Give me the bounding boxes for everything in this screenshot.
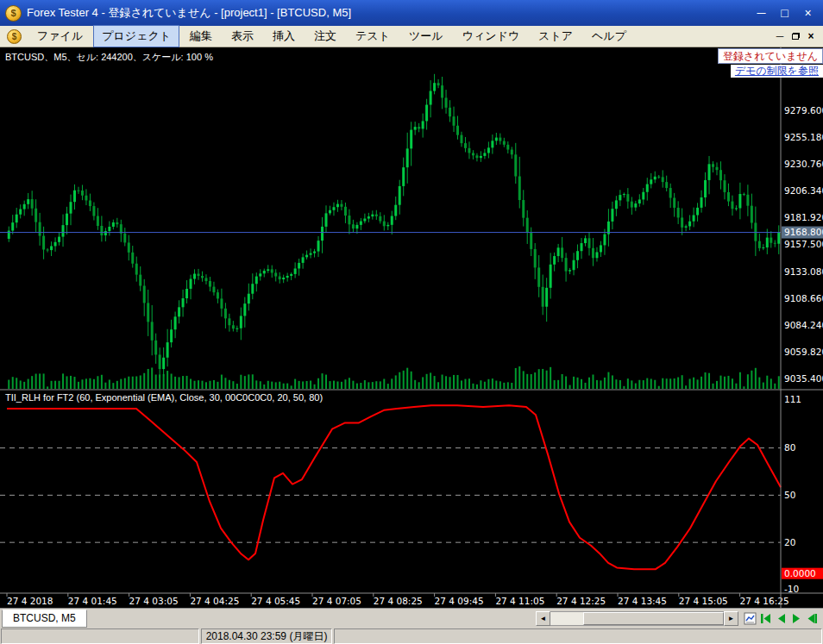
chart-canvas[interactable]: 9279.6009255.1809230.7609206.3409181.920… (0, 47, 823, 608)
window-controls: ─ □ × (750, 3, 820, 23)
svg-text:111: 111 (784, 394, 801, 404)
registration-text: 登録されていません (718, 48, 823, 64)
step-back-icon (775, 612, 788, 625)
go-end-button[interactable] (804, 610, 820, 626)
restore-icon (792, 33, 800, 40)
project-coin-icon[interactable] (7, 29, 22, 44)
menu-help[interactable]: ヘルプ (583, 25, 635, 47)
svg-text:27 4 12:25: 27 4 12:25 (556, 596, 606, 606)
menu-tools[interactable]: ツール (400, 25, 452, 47)
svg-text:27 4 15:05: 27 4 15:05 (679, 596, 728, 606)
scroll-right-button[interactable]: ► (724, 611, 738, 626)
menu-bar: ファイルプロジェクト編集表示挿入注文テストツールウィンドウストアヘルプ ─ × (0, 26, 823, 47)
mdi-minimize-button[interactable]: ─ (772, 28, 788, 44)
chart-area[interactable]: 9279.6009255.1809230.7609206.3409181.920… (0, 47, 823, 608)
price-axis[interactable]: 9279.6009255.1809230.7609206.3409181.920… (782, 105, 823, 595)
indicator-line (7, 405, 781, 569)
menu-file[interactable]: ファイル (28, 25, 91, 47)
svg-text:27 4 2018: 27 4 2018 (7, 596, 53, 606)
menu-project[interactable]: プロジェクト (93, 25, 179, 47)
svg-text:27 4 13:45: 27 4 13:45 (618, 596, 667, 606)
go-start-icon (759, 612, 772, 625)
status-panel-right (334, 628, 822, 644)
chart-info-label: BTCUSD、M5、セル: 244200、スケール: 100 % (5, 51, 213, 64)
svg-text:9084.240: 9084.240 (784, 320, 823, 330)
step-back-button[interactable] (773, 610, 788, 626)
svg-text:9168.800: 9168.800 (784, 227, 823, 237)
time-axis[interactable]: 27 4 201827 4 01:4527 4 03:0527 4 04:252… (7, 593, 789, 606)
svg-text:9035.400: 9035.400 (784, 373, 823, 384)
test-navigation (757, 610, 820, 626)
svg-text:9133.080: 9133.080 (784, 266, 823, 277)
status-datetime: 2018.04.30 23:59 (月曜日) (201, 628, 332, 644)
scrollbar-track[interactable] (550, 611, 724, 626)
menu-orders[interactable]: 注文 (305, 25, 345, 47)
svg-text:27 4 01:45: 27 4 01:45 (68, 596, 117, 606)
svg-text:27 4 09:45: 27 4 09:45 (435, 596, 484, 606)
svg-text:27 4 08:25: 27 4 08:25 (374, 596, 423, 606)
chart-page-icon (744, 612, 757, 625)
main-pane[interactable] (0, 74, 781, 389)
menu-insert[interactable]: 挿入 (264, 25, 304, 47)
svg-text:9157.500: 9157.500 (784, 239, 823, 249)
close-button[interactable]: × (796, 3, 820, 23)
menu-test[interactable]: テスト (347, 25, 399, 47)
chart-h-scrollbar[interactable]: ◄ ► (536, 611, 738, 626)
candlestick-series (8, 74, 781, 378)
svg-text:9181.920: 9181.920 (784, 212, 823, 222)
svg-text:27 4 04:25: 27 4 04:25 (190, 596, 239, 606)
menu-edit[interactable]: 編集 (181, 25, 221, 47)
chart-mode-button[interactable] (742, 610, 757, 626)
scroll-left-button[interactable]: ◄ (536, 611, 550, 626)
svg-text:9206.340: 9206.340 (784, 185, 823, 196)
svg-text:80: 80 (784, 442, 795, 453)
status-panel-left (1, 628, 199, 644)
svg-text:50: 50 (784, 490, 795, 500)
mdi-restore-button[interactable] (788, 28, 803, 44)
mdi-close-button[interactable]: × (803, 28, 819, 44)
svg-text:27 4 03:05: 27 4 03:05 (129, 596, 179, 606)
menu-view[interactable]: 表示 (223, 25, 262, 47)
menu-window[interactable]: ウィンドウ (454, 25, 529, 47)
menu-store[interactable]: ストア (530, 25, 581, 47)
svg-text:0.0000: 0.0000 (784, 568, 816, 578)
indicator-pane[interactable] (0, 405, 781, 569)
status-bar: 2018.04.30 23:59 (月曜日) (0, 628, 823, 644)
go-end-icon (806, 612, 819, 625)
step-forward-icon (790, 612, 803, 625)
maximize-button[interactable]: □ (773, 3, 796, 23)
svg-text:27 4 16:25: 27 4 16:25 (740, 596, 789, 606)
step-forward-button[interactable] (788, 610, 804, 626)
svg-text:9255.180: 9255.180 (784, 132, 823, 142)
scrollbar-thumb[interactable] (583, 612, 724, 625)
window-title: Forex Tester 4 - 登録されていません - [project1] … (27, 5, 750, 21)
svg-text:9108.660: 9108.660 (784, 293, 823, 303)
svg-text:9279.600: 9279.600 (784, 105, 823, 116)
title-bar: Forex Tester 4 - 登録されていません - [project1] … (0, 0, 823, 26)
svg-text:9059.820: 9059.820 (784, 347, 823, 357)
demo-limits-link[interactable]: デモの制限を参照 (731, 65, 823, 78)
bottom-bar: BTCUSD, M5 ◄ ► (0, 608, 823, 628)
go-start-button[interactable] (757, 610, 773, 626)
svg-text:27 4 11:05: 27 4 11:05 (495, 596, 544, 606)
minimize-button[interactable]: ─ (750, 3, 773, 23)
svg-text:9230.760: 9230.760 (784, 159, 823, 169)
svg-text:27 4 07:05: 27 4 07:05 (312, 596, 361, 606)
svg-text:20: 20 (784, 537, 795, 547)
mdi-window-controls: ─ × (772, 28, 819, 44)
svg-text:27 4 05:45: 27 4 05:45 (251, 596, 300, 606)
registration-notice: 登録されていません デモの制限を参照 (718, 48, 823, 78)
app-coin-icon[interactable] (5, 5, 22, 22)
indicator-info-label: TII_RLH for FT2 (60, Exponential (EMA), … (5, 392, 323, 403)
chart-tab-btcusd-m5[interactable]: BTCUSD, M5 (2, 610, 87, 628)
volume-series (8, 366, 780, 389)
app-window: Forex Tester 4 - 登録されていません - [project1] … (0, 0, 823, 644)
